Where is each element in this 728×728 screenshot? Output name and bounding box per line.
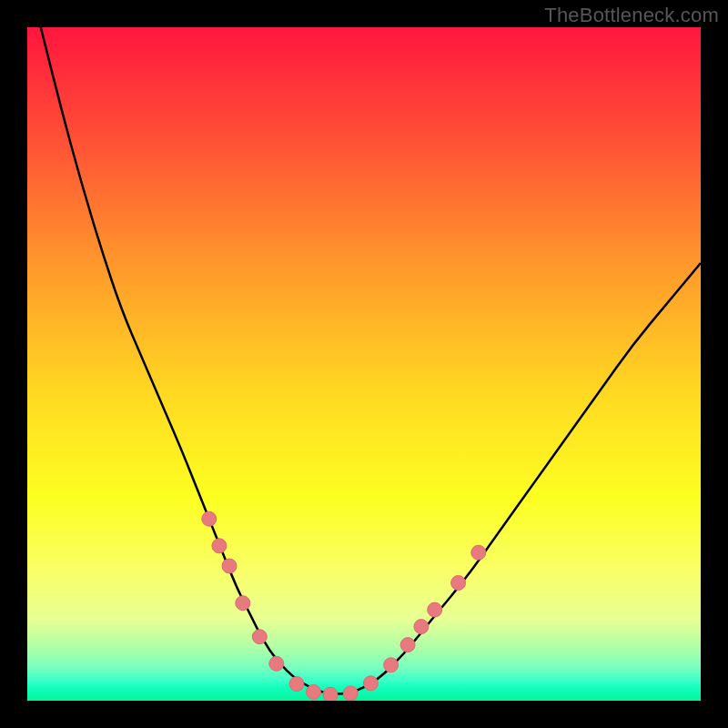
curve-marker <box>252 630 267 644</box>
curve-marker <box>363 676 378 691</box>
curve-marker <box>222 559 237 573</box>
curve-marker <box>428 602 442 617</box>
curve-marker <box>202 511 217 526</box>
chart-container: TheBottleneck.com <box>0 0 728 728</box>
curve-overlay <box>27 27 701 701</box>
curve-marker <box>307 684 321 699</box>
curve-marker <box>384 658 399 672</box>
curve-marker <box>269 656 284 671</box>
attribution-text: TheBottleneck.com <box>544 4 719 27</box>
curve-marker <box>323 687 338 701</box>
curve-marker <box>289 677 304 692</box>
curve-marker <box>451 576 466 591</box>
curve-marker <box>400 638 415 652</box>
curve-marker <box>343 686 358 701</box>
curve-marker <box>414 620 429 634</box>
curve-marker <box>471 545 486 560</box>
curve-marker <box>236 596 250 611</box>
curve-marker <box>212 539 227 553</box>
bottleneck-curve <box>41 27 701 694</box>
